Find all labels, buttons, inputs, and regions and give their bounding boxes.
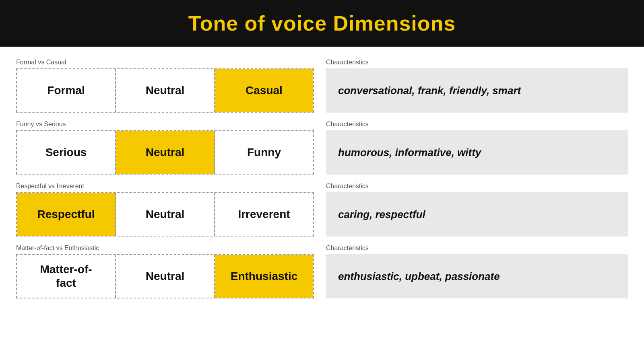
segment-text-0: Matter-of-fact xyxy=(40,263,92,290)
segment-2-funny-serious: Funny xyxy=(215,131,313,174)
segment-2-respectful-irreverent: Irreverent xyxy=(215,193,313,236)
segment-text-1: Neutral xyxy=(146,146,184,159)
segment-text-0: Respectful xyxy=(37,208,95,221)
characteristics-box-formal-casual: conversational, frank, friendly, smart xyxy=(326,68,628,113)
segment-text-1: Neutral xyxy=(146,269,184,283)
characteristics-matter-enthusiastic: Characteristicsenthusiastic, upbeat, pas… xyxy=(326,245,628,298)
segment-1-formal-casual: Neutral xyxy=(116,69,215,112)
characteristics-formal-casual: Characteristicsconversational, frank, fr… xyxy=(326,59,628,113)
segment-0-respectful-irreverent: Respectful xyxy=(17,193,116,236)
segment-0-funny-serious: Serious xyxy=(17,131,116,174)
characteristics-text-formal-casual: conversational, frank, friendly, smart xyxy=(338,84,521,97)
dimension-label-funny-serious: Funny vs Serious xyxy=(16,121,314,128)
scale-respectful-irreverent: RespectfulNeutralIrreverent xyxy=(16,192,314,237)
scale-formal-casual: FormalNeutralCasual xyxy=(16,68,314,113)
left-panel: Formal vs CasualFormalNeutralCasualFunny… xyxy=(16,59,314,352)
characteristics-funny-serious: Characteristicshumorous, informative, wi… xyxy=(326,121,628,175)
characteristics-text-funny-serious: humorous, informative, witty xyxy=(338,146,481,159)
segment-text-1: Neutral xyxy=(146,84,184,97)
segment-2-formal-casual: Casual xyxy=(215,69,313,112)
dimension-funny-serious: Funny vs SeriousSeriousNeutralFunny xyxy=(16,121,314,175)
scale-matter-enthusiastic: Matter-of-factNeutralEnthusiastic xyxy=(16,254,314,298)
segment-2-matter-enthusiastic: Enthusiastic xyxy=(215,255,313,298)
segment-text-0: Formal xyxy=(47,84,85,97)
segment-1-matter-enthusiastic: Neutral xyxy=(116,255,215,298)
characteristics-label-funny-serious: Characteristics xyxy=(326,121,628,128)
characteristics-respectful-irreverent: Characteristicscaring, respectful xyxy=(326,183,628,237)
segment-0-matter-enthusiastic: Matter-of-fact xyxy=(17,255,116,298)
characteristics-label-matter-enthusiastic: Characteristics xyxy=(326,245,628,252)
characteristics-text-respectful-irreverent: caring, respectful xyxy=(338,208,425,221)
right-panel: Characteristicsconversational, frank, fr… xyxy=(314,59,628,352)
dimension-label-formal-casual: Formal vs Casual xyxy=(16,59,314,66)
dimension-label-matter-enthusiastic: Matter-of-fact vs Enthusiastic xyxy=(16,245,314,252)
header: Tone of voice Dimensions xyxy=(0,0,644,47)
segment-text-0: Serious xyxy=(45,146,87,159)
segment-text-2: Irreverent xyxy=(238,208,290,221)
segment-0-formal-casual: Formal xyxy=(17,69,116,112)
dimension-label-respectful-irreverent: Respectful vs Irreverent xyxy=(16,183,314,190)
segment-1-funny-serious: Neutral xyxy=(116,131,215,174)
segment-text-2: Funny xyxy=(247,146,281,159)
characteristics-text-matter-enthusiastic: enthusiastic, upbeat, passionate xyxy=(338,270,500,283)
characteristics-box-funny-serious: humorous, informative, witty xyxy=(326,130,628,175)
characteristics-box-matter-enthusiastic: enthusiastic, upbeat, passionate xyxy=(326,254,628,298)
page-title: Tone of voice Dimensions xyxy=(16,11,628,35)
characteristics-label-respectful-irreverent: Characteristics xyxy=(326,183,628,190)
segment-text-1: Neutral xyxy=(146,208,184,221)
scale-funny-serious: SeriousNeutralFunny xyxy=(16,130,314,175)
segment-text-2: Enthusiastic xyxy=(231,269,297,283)
segment-1-respectful-irreverent: Neutral xyxy=(116,193,215,236)
dimension-respectful-irreverent: Respectful vs IrreverentRespectfulNeutra… xyxy=(16,183,314,237)
segment-text-2: Casual xyxy=(246,84,283,97)
characteristics-label-formal-casual: Characteristics xyxy=(326,59,628,66)
dimension-formal-casual: Formal vs CasualFormalNeutralCasual xyxy=(16,59,314,113)
dimension-matter-enthusiastic: Matter-of-fact vs EnthusiasticMatter-of-… xyxy=(16,245,314,298)
characteristics-box-respectful-irreverent: caring, respectful xyxy=(326,192,628,237)
